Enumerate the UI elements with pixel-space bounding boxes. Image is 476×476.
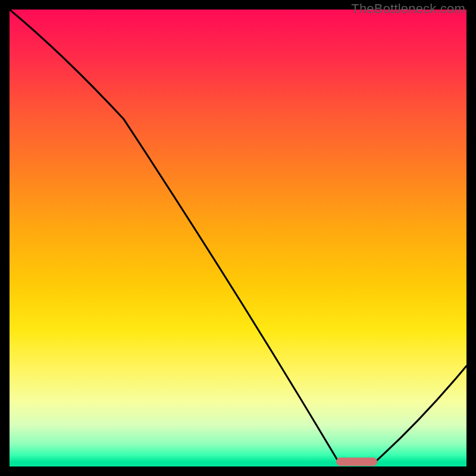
bottleneck-curve: [10, 10, 466, 466]
optimal-range-marker: [336, 458, 377, 466]
chart-frame: TheBottleneck.com: [0, 0, 476, 476]
watermark-text: TheBottleneck.com: [351, 1, 465, 17]
curve-path: [10, 10, 466, 462]
